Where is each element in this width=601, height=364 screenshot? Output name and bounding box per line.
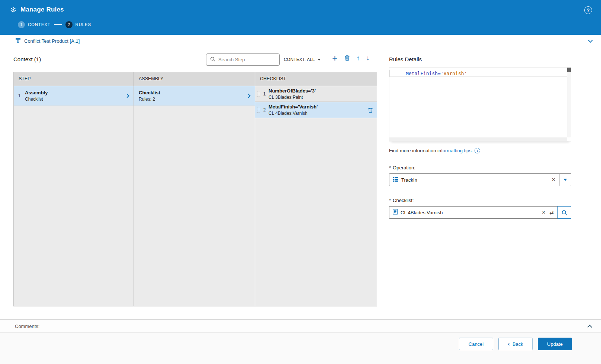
checklist-label-text: Checklist: <box>393 198 414 203</box>
rule-expression: MetalFinish='Varnish' <box>269 104 367 110</box>
checklist-picker[interactable]: CL 4Blades:Varnish × ⇄ <box>389 206 571 219</box>
chevron-left-icon: ‹ <box>508 341 510 347</box>
context-table: STEP ASSEMBLY CHECKLIST 1 Assembly Check… <box>13 72 377 306</box>
move-down-icon[interactable]: ↓ <box>366 54 370 62</box>
chevron-right-icon[interactable] <box>125 94 129 98</box>
cancel-button[interactable]: Cancel <box>459 338 493 350</box>
footer-actions: Cancel ‹ Back Update <box>0 333 601 364</box>
rule-expression-editor[interactable]: MetalFinish='Varnish' <box>389 67 571 142</box>
scrollbar-thumb[interactable] <box>567 68 571 72</box>
dialog-title: Manage Rules <box>20 6 64 13</box>
editor-vertical-scrollbar[interactable] <box>567 68 571 137</box>
chevron-right-icon[interactable] <box>246 94 250 98</box>
operation-select[interactable]: TrackIn × <box>389 173 571 186</box>
main-content: Context (1) CONTEXT: ALL + ↑ ↓ <box>0 47 601 319</box>
step-connector-line <box>54 24 62 25</box>
context-toolbar: + ↑ ↓ <box>332 54 370 62</box>
chevron-up-icon[interactable] <box>587 325 592 329</box>
wizard-stepper: 1 CONTEXT 2 RULES <box>0 19 601 30</box>
delete-icon[interactable] <box>344 55 350 61</box>
step-row-title: Assembly <box>25 90 126 95</box>
code-current-line: MetalFinish='Varnish' <box>389 70 567 77</box>
column-header-assembly: ASSEMBLY <box>134 72 255 86</box>
operation-dropdown-toggle[interactable] <box>560 179 571 181</box>
assembly-row-subtitle: Rules: 2 <box>139 97 247 102</box>
search-icon <box>210 56 215 63</box>
chevron-down-icon[interactable] <box>588 38 593 43</box>
required-marker: * <box>389 165 391 170</box>
search-step-input[interactable] <box>218 57 276 62</box>
product-context-bar: Conflict Test Product [A.1] <box>0 35 601 47</box>
step-search <box>206 53 280 66</box>
context-filter-label: CONTEXT: ALL <box>284 57 315 62</box>
step-column: 1 Assembly Checklist <box>14 86 134 306</box>
step-1-indicator[interactable]: 1 <box>18 21 25 28</box>
step-2-indicator[interactable]: 2 <box>65 21 73 28</box>
comments-label: Comments: <box>15 324 39 329</box>
checklist-column: 1 NumberOfBlades='3' CL 3Blades:Paint 2 … <box>255 86 377 306</box>
product-name[interactable]: Conflict Test Product [A.1] <box>24 38 80 44</box>
manage-rules-gear-icon <box>10 6 17 13</box>
comments-section: Comments: <box>0 319 601 333</box>
update-button[interactable]: Update <box>538 338 572 350</box>
editor-horizontal-scrollbar[interactable] <box>389 137 567 141</box>
formatting-info-line: Find more information in formatting tips… <box>389 148 571 153</box>
rule-checklist-name: CL 3Blades:Paint <box>269 95 377 100</box>
step-1-label[interactable]: CONTEXT <box>28 22 51 27</box>
help-icon[interactable]: ? <box>584 6 592 14</box>
product-icon <box>15 38 21 45</box>
add-icon[interactable]: + <box>332 54 338 62</box>
checklist-doc-icon <box>393 209 398 216</box>
back-button[interactable]: ‹ Back <box>498 338 533 350</box>
column-header-step: STEP <box>14 72 134 86</box>
drag-handle-icon[interactable] <box>256 106 260 114</box>
operation-label-text: Operation: <box>393 165 415 170</box>
caret-down-icon <box>318 59 321 61</box>
code-string: 'Varnish' <box>441 71 467 76</box>
context-count-title: Context (1) <box>13 56 41 62</box>
value-switch-icon[interactable]: ⇄ <box>549 209 557 215</box>
rules-details-title: Rules Details <box>389 56 571 62</box>
rule-expression: NumberOfBlades='3' <box>269 88 377 94</box>
step-row-subtitle: Checklist <box>25 97 126 102</box>
info-icon[interactable]: i <box>475 148 480 153</box>
column-header-checklist: CHECKLIST <box>255 72 377 86</box>
back-button-label: Back <box>512 341 523 347</box>
move-up-icon[interactable]: ↑ <box>357 54 360 62</box>
checklist-rule-row-selected[interactable]: 2 MetalFinish='Varnish' CL 4Blades:Varni… <box>255 102 377 118</box>
assembly-column: Checklist Rules: 2 <box>134 86 255 306</box>
operation-value: TrackIn <box>401 177 417 183</box>
checklist-rule-row[interactable]: 1 NumberOfBlades='3' CL 3Blades:Paint <box>255 86 377 102</box>
step-2-label[interactable]: RULES <box>75 22 91 27</box>
operation-label: *Operation: <box>389 165 571 170</box>
browse-checklist-button[interactable] <box>557 206 571 219</box>
delete-rule-icon[interactable] <box>367 107 373 113</box>
drag-handle-icon[interactable] <box>256 90 260 98</box>
code-identifier: MetalFinish= <box>406 71 441 76</box>
checklist-value: CL 4Blades:Varnish <box>401 210 443 215</box>
assembly-row-title: Checklist <box>139 90 247 95</box>
rules-details-panel: Rules Details MetalFinish='Varnish' Find… <box>389 56 571 219</box>
context-filter-dropdown[interactable]: CONTEXT: ALL <box>284 57 321 62</box>
step-row[interactable]: 1 Assembly Checklist <box>14 86 134 105</box>
row-number: 1 <box>14 93 25 98</box>
operation-icon <box>393 176 398 183</box>
checklist-label: *Checklist: <box>389 198 571 203</box>
dialog-header: Manage Rules ? 1 CONTEXT 2 RULES <box>0 0 601 35</box>
table-header-row: STEP ASSEMBLY CHECKLIST <box>14 72 377 86</box>
info-text-prefix: Find more information in <box>389 148 441 153</box>
clear-operation-icon[interactable]: × <box>548 177 559 183</box>
rule-checklist-name: CL 4Blades:Varnish <box>269 111 367 116</box>
row-number: 1 <box>260 91 269 97</box>
caret-down-icon <box>563 179 567 181</box>
required-marker: * <box>389 198 391 203</box>
assembly-row[interactable]: Checklist Rules: 2 <box>134 86 255 105</box>
info-text-suffix: . <box>472 148 473 153</box>
row-number: 2 <box>260 107 269 113</box>
clear-checklist-icon[interactable]: × <box>538 209 549 215</box>
formatting-tips-link[interactable]: formatting tips <box>441 148 472 153</box>
